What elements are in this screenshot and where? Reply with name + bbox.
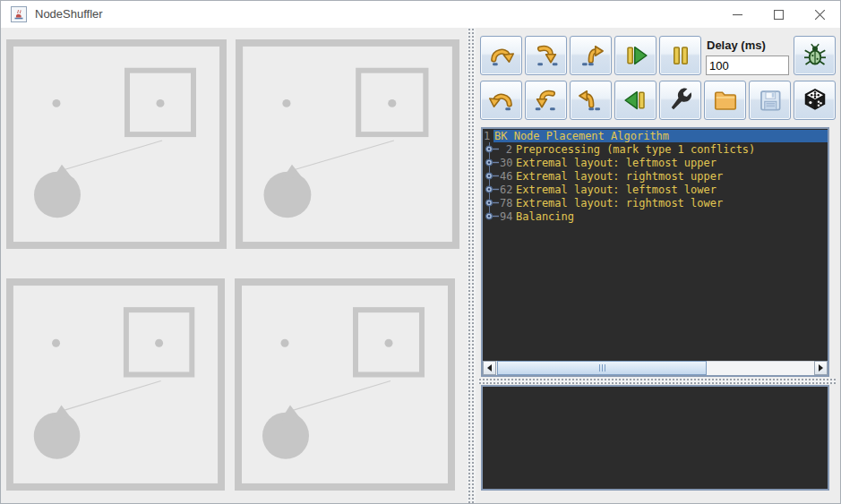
step-number: 1 [484, 130, 491, 142]
skip-backward-button[interactable] [480, 81, 522, 120]
horizontal-scrollbar[interactable] [483, 361, 828, 375]
step-label: Extremal layout: rightmost lower [516, 197, 723, 209]
toolbar-row-1: Delay (ms) [480, 36, 838, 75]
step-number: 2 [500, 143, 512, 156]
tree-row-30[interactable]: 30Extremal layout: leftmost upper [483, 156, 828, 169]
step-number: 46 [500, 170, 512, 183]
tree-expand-handle-icon[interactable] [484, 142, 500, 156]
settings-button[interactable] [659, 81, 701, 120]
tree-row-2[interactable]: 2Preprocessing (mark type 1 conflicts) [483, 142, 828, 156]
skip-forward-button[interactable] [480, 36, 522, 75]
thumb-grip-icon [602, 364, 603, 372]
scrollbar-thumb[interactable] [497, 361, 707, 375]
arrow-into-backward-icon [533, 87, 560, 114]
step-number: 62 [500, 184, 512, 196]
pause-icon [667, 42, 694, 69]
graph-quadrant-top-left[interactable] [6, 39, 227, 249]
left-arrow-icon [484, 364, 492, 372]
step-number: 94 [500, 210, 512, 223]
delay-group: Delay (ms) [706, 36, 791, 75]
minimize-button[interactable] [717, 1, 758, 28]
step-number: 78 [500, 197, 512, 209]
tree-expand-handle-icon[interactable] [484, 183, 500, 196]
horizontal-splitter[interactable] [478, 378, 836, 384]
step-out-backward-button[interactable] [570, 81, 612, 120]
graph-canvas[interactable] [1, 28, 468, 504]
right-arrow-icon [819, 364, 827, 372]
step-label: Preprocessing (mark type 1 conflicts) [516, 143, 755, 156]
graph-quadrant-top-right[interactable] [236, 39, 459, 249]
debug-button[interactable] [794, 36, 836, 75]
scrollbar-track[interactable] [496, 361, 814, 375]
app-window: NodeShuffler Delay (ms) [0, 0, 841, 504]
java-coffee-icon [11, 6, 27, 22]
title-bar[interactable]: NodeShuffler [1, 1, 840, 28]
play-backward-button[interactable] [614, 81, 656, 120]
algorithm-tree: 1BK Node Placement Algorithm2Preprocessi… [483, 129, 828, 361]
maximize-icon [774, 10, 784, 20]
tree-row-46[interactable]: 46Extremal layout: rightmost upper [483, 169, 828, 183]
window-controls [717, 1, 840, 28]
pause-button[interactable] [659, 36, 701, 75]
play-forward-icon [622, 42, 649, 69]
step-label: Extremal layout: rightmost upper [516, 170, 723, 183]
play-backward-icon [622, 87, 649, 114]
tree-expand-handle-icon[interactable] [484, 156, 500, 169]
tree-row-62[interactable]: 62Extremal layout: leftmost lower [483, 183, 828, 196]
window-title: NodeShuffler [35, 1, 103, 28]
minimize-icon [733, 10, 742, 20]
save-button[interactable] [749, 81, 791, 120]
step-label: BK Node Placement Algorithm [493, 130, 828, 142]
tree-row-1[interactable]: 1BK Node Placement Algorithm [483, 129, 828, 142]
step-out-forward-button[interactable] [570, 36, 612, 75]
tree-row-78[interactable]: 78Extremal layout: rightmost lower [483, 196, 828, 209]
floppy-disk-icon [757, 87, 784, 114]
wrench-icon [667, 87, 694, 114]
tree-expand-handle-icon[interactable] [484, 209, 500, 223]
close-button[interactable] [799, 1, 840, 28]
arrow-into-forward-icon [533, 42, 560, 69]
algorithm-tree-panel: 1BK Node Placement Algorithm2Preprocessi… [481, 127, 829, 377]
control-panel: Delay (ms) 1BK Node Placement Algorithm2… [476, 28, 841, 504]
close-icon [815, 10, 825, 20]
tree-expand-handle-icon[interactable] [484, 169, 500, 183]
step-number: 30 [500, 157, 512, 169]
delay-input[interactable] [706, 56, 789, 75]
tree-expand-handle-icon[interactable] [484, 196, 500, 209]
arrow-out-forward-icon [578, 42, 605, 69]
arrow-over-backward-icon [488, 87, 515, 114]
toolbar-row-2 [480, 81, 838, 120]
maximize-button[interactable] [758, 1, 799, 28]
graph-quadrant-bottom-right[interactable] [235, 278, 455, 491]
graph-quadrant-bottom-left[interactable] [6, 278, 225, 491]
delay-label: Delay (ms) [707, 38, 791, 52]
scroll-left-button[interactable] [483, 361, 496, 375]
scroll-right-button[interactable] [814, 361, 828, 375]
bug-icon [802, 42, 828, 69]
step-into-backward-button[interactable] [525, 81, 567, 120]
folder-icon [712, 87, 739, 114]
randomize-button[interactable] [794, 81, 836, 120]
open-button[interactable] [704, 81, 746, 120]
arrow-out-backward-icon [578, 87, 605, 114]
tree-row-94[interactable]: 94Balancing [483, 209, 828, 223]
output-console-panel [481, 385, 829, 491]
step-into-forward-button[interactable] [525, 36, 567, 75]
dice-icon [802, 87, 828, 114]
arrow-over-forward-icon [488, 42, 515, 69]
step-label: Extremal layout: leftmost lower [516, 184, 717, 196]
step-label: Extremal layout: leftmost upper [516, 157, 717, 169]
step-label: Balancing [516, 210, 574, 223]
play-forward-button[interactable] [614, 36, 656, 75]
vertical-splitter[interactable] [468, 28, 476, 504]
